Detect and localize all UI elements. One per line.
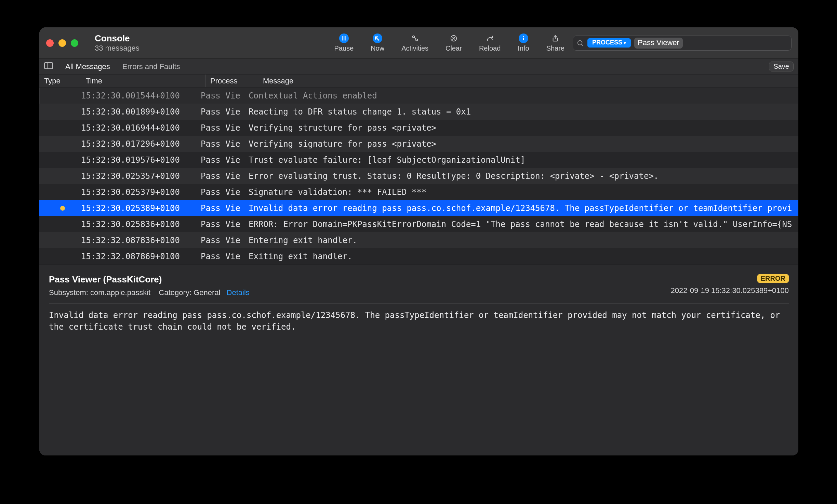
log-row[interactable]: 15:32:30.025836+0100Pass VieERROR: Error… xyxy=(39,216,798,232)
log-table-header: Type Time Process Message xyxy=(39,75,798,88)
chevron-down-icon: ▾ xyxy=(624,40,626,45)
activities-icon xyxy=(410,34,420,43)
detail-category-value: General xyxy=(194,288,220,297)
log-row-time: 15:32:30.017296+0100 xyxy=(81,139,201,149)
app-title: Console xyxy=(95,33,140,44)
detail-category-label: Category: xyxy=(159,288,191,297)
log-row-message: Verifying signature for pass <private> xyxy=(249,139,798,149)
svg-rect-0 xyxy=(342,36,343,41)
log-row-message: Trust evaluate failure: [leaf SubjectOrg… xyxy=(249,155,798,165)
detail-subsystem-label: Subsystem: xyxy=(49,288,88,297)
sidebar-icon xyxy=(44,62,53,69)
log-row-time: 15:32:30.025836+0100 xyxy=(81,220,201,229)
log-row-message: Reacting to DFR status change 1. status … xyxy=(249,107,798,117)
svg-rect-9 xyxy=(44,63,53,69)
log-row-time: 15:32:30.025357+0100 xyxy=(81,171,201,181)
reload-button[interactable]: Reload xyxy=(479,34,501,52)
titlebar: Console 33 messages Pause Now Activities… xyxy=(39,27,798,59)
log-row-process: Pass Vie xyxy=(201,203,249,213)
info-label: Info xyxy=(518,44,529,52)
clear-icon xyxy=(449,34,459,43)
fullscreen-window-button[interactable] xyxy=(71,39,78,47)
column-type[interactable]: Type xyxy=(44,75,81,87)
search-field[interactable]: PROCESS ▾ Pass Viewer xyxy=(573,36,792,51)
log-row-time: 15:32:32.087836+0100 xyxy=(81,236,201,245)
log-row[interactable]: 15:32:30.025379+0100Pass VieSignature va… xyxy=(39,184,798,200)
log-row-message: Exiting exit handler. xyxy=(249,252,798,261)
log-row-time: 15:32:30.001544+0100 xyxy=(81,91,201,101)
log-row-process: Pass Vie xyxy=(201,139,249,149)
clear-button[interactable]: Clear xyxy=(446,34,462,52)
traffic-lights xyxy=(46,39,78,47)
share-button[interactable]: Share xyxy=(546,34,564,52)
log-row-process: Pass Vie xyxy=(201,187,249,197)
minimize-window-button[interactable] xyxy=(58,39,66,47)
log-row[interactable]: 15:32:30.017296+0100Pass VieVerifying si… xyxy=(39,136,798,152)
close-window-button[interactable] xyxy=(46,39,54,47)
search-filter-token[interactable]: PROCESS ▾ xyxy=(587,38,631,48)
svg-point-5 xyxy=(523,36,524,37)
now-label: Now xyxy=(371,44,384,52)
scope-all-messages[interactable]: All Messages xyxy=(65,62,110,71)
detail-title: Pass Viewer (PassKitCore) xyxy=(49,274,250,285)
log-row-time: 15:32:30.019576+0100 xyxy=(81,155,201,165)
toolbar: Pause Now Activities Clear Reload Info xyxy=(334,34,564,52)
column-process[interactable]: Process xyxy=(210,75,258,87)
search-icon xyxy=(576,39,584,47)
search-filter-label: PROCESS xyxy=(592,39,622,46)
log-row-process: Pass Vie xyxy=(201,91,249,101)
detail-timestamp: 2022-09-19 15:32:30.025389+0100 xyxy=(670,286,789,295)
arrow-top-left-icon xyxy=(373,34,382,43)
log-row-process: Pass Vie xyxy=(201,220,249,229)
detail-subsystem-value: com.apple.passkit xyxy=(90,288,150,297)
log-row-message: Verifying structure for pass <private> xyxy=(249,123,798,133)
console-window: Console 33 messages Pause Now Activities… xyxy=(39,27,798,455)
log-row[interactable]: 15:32:30.001899+0100Pass VieReacting to … xyxy=(39,104,798,120)
log-row-time: 15:32:30.025379+0100 xyxy=(81,187,201,197)
log-table-body: 15:32:30.001544+0100Pass VieContextual A… xyxy=(39,88,798,264)
log-row-time: 15:32:30.001899+0100 xyxy=(81,107,201,117)
level-badge: ERROR xyxy=(757,274,789,283)
search-value-token[interactable]: Pass Viewer xyxy=(634,38,683,49)
log-row[interactable]: 15:32:32.087836+0100Pass VieEntering exi… xyxy=(39,232,798,248)
log-row[interactable]: 15:32:30.001544+0100Pass VieContextual A… xyxy=(39,88,798,104)
log-row[interactable]: 15:32:30.019576+0100Pass VieTrust evalua… xyxy=(39,152,798,168)
info-button[interactable]: Info xyxy=(518,34,529,52)
log-row-process: Pass Vie xyxy=(201,171,249,181)
column-time[interactable]: Time xyxy=(86,75,205,87)
log-row-type xyxy=(44,206,81,211)
log-row-message: Signature validation: *** FAILED *** xyxy=(249,187,798,197)
log-row-process: Pass Vie xyxy=(201,123,249,133)
scope-errors-faults[interactable]: Errors and Faults xyxy=(122,62,180,71)
save-search-button[interactable]: Save xyxy=(769,62,794,71)
detail-meta: Subsystem: com.apple.passkit Category: G… xyxy=(49,288,250,297)
log-row-message: Invalid data error reading pass pass.co.… xyxy=(249,203,798,213)
detail-pane: Pass Viewer (PassKitCore) Subsystem: com… xyxy=(39,264,798,455)
pause-label: Pause xyxy=(334,44,354,52)
detail-message-body[interactable]: Invalid data error reading pass pass.co.… xyxy=(49,310,789,333)
reload-label: Reload xyxy=(479,44,501,52)
window-title-block: Console 33 messages xyxy=(95,33,140,53)
column-message[interactable]: Message xyxy=(263,75,794,87)
log-row-message: Error evaluating trust. Status: 0 Result… xyxy=(249,171,798,181)
svg-rect-1 xyxy=(345,36,346,41)
scope-bar: All Messages Errors and Faults Save xyxy=(39,59,798,75)
pause-button[interactable]: Pause xyxy=(334,34,354,52)
activities-button[interactable]: Activities xyxy=(401,34,428,52)
reload-icon xyxy=(485,34,495,43)
svg-rect-6 xyxy=(523,38,524,40)
sidebar-toggle-button[interactable] xyxy=(44,62,53,71)
log-row-message: Contextual Actions enabled xyxy=(249,91,798,101)
now-button[interactable]: Now xyxy=(371,34,384,52)
info-icon xyxy=(519,34,528,43)
log-row[interactable]: 15:32:30.025357+0100Pass VieError evalua… xyxy=(39,168,798,184)
log-row-message: Entering exit handler. xyxy=(249,236,798,245)
log-row-message: ERROR: Error Domain=PKPassKitErrorDomain… xyxy=(249,220,798,229)
details-link[interactable]: Details xyxy=(227,288,250,297)
detail-divider xyxy=(49,303,789,304)
log-row-time: 15:32:30.025389+0100 xyxy=(81,203,201,213)
log-row[interactable]: 15:32:30.025389+0100Pass VieInvalid data… xyxy=(39,200,798,216)
log-row[interactable]: 15:32:30.016944+0100Pass VieVerifying st… xyxy=(39,120,798,136)
log-row[interactable]: 15:32:32.087869+0100Pass VieExiting exit… xyxy=(39,248,798,264)
detail-header: Pass Viewer (PassKitCore) Subsystem: com… xyxy=(49,274,789,297)
